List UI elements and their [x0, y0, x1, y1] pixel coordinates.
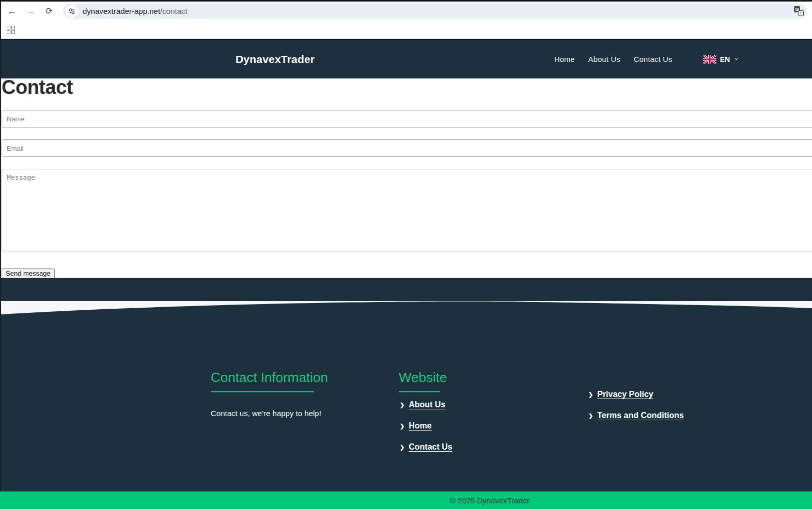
footer-link-label: About Us: [409, 400, 445, 409]
website-underline: [399, 391, 440, 392]
reload-button[interactable]: ⟳: [41, 2, 57, 21]
apps-grid-square: [11, 26, 15, 29]
language-selector[interactable]: EN ⌄: [703, 55, 739, 64]
apps-grid-square: [7, 26, 10, 29]
site-navbar: DynavexTrader Home About Us Contact Us E…: [0, 39, 812, 78]
nav-link-contact-us[interactable]: Contact Us: [634, 55, 673, 63]
translate-icon-front: T: [798, 10, 804, 16]
contact-info-tagline: Contact us, we're happy to help!: [211, 409, 321, 418]
footer: Contact Information Contact us, we're ha…: [0, 301, 812, 491]
bookmarks-bar: [0, 21, 812, 39]
name-input[interactable]: [2, 110, 812, 128]
footer-top-band: [0, 278, 812, 301]
nav-link-home[interactable]: Home: [554, 55, 575, 63]
language-code: EN: [720, 55, 730, 63]
copyright-bar: © 2025 DynavexTrader: [0, 491, 812, 509]
footer-link-label: Terms and Conditions: [597, 411, 684, 420]
back-button[interactable]: ←: [4, 2, 20, 21]
send-message-button[interactable]: Send message: [2, 268, 55, 278]
email-field[interactable]: [2, 139, 812, 157]
footer-link-label: Home: [409, 421, 431, 431]
browser-window: ← → ⟳ dynavextrader-app.net/contact G T: [0, 0, 812, 509]
contact-info-heading: Contact Information: [211, 370, 328, 386]
apps-grid-icon[interactable]: [7, 26, 15, 34]
url-path: /contact: [160, 7, 188, 15]
apps-grid-square: [11, 30, 15, 34]
forward-button[interactable]: →: [23, 2, 38, 21]
uk-flag-icon: [703, 55, 716, 64]
url-bar[interactable]: dynavextrader-app.net/contact G T: [63, 4, 807, 19]
footer-link-terms-and-conditions[interactable]: ❯ Terms and Conditions: [588, 411, 684, 420]
navbar-links: Home About Us Contact Us EN ⌄: [554, 40, 739, 78]
window-left-edge: [0, 0, 1, 491]
translate-icon[interactable]: G T: [794, 6, 804, 16]
footer-link-label: Privacy Policy: [597, 390, 653, 399]
chevron-down-icon: ⌄: [733, 55, 739, 60]
browser-toolbar: ← → ⟳ dynavextrader-app.net/contact G T: [0, 2, 812, 21]
message-textarea[interactable]: [2, 169, 812, 251]
contact-info-underline: [211, 391, 314, 392]
tune-icon: [68, 7, 76, 15]
nav-link-about-us[interactable]: About Us: [588, 55, 620, 63]
footer-link-contact-us[interactable]: ❯ Contact Us: [400, 442, 452, 452]
footer-link-label: Contact Us: [409, 442, 452, 452]
site-settings-icon[interactable]: [66, 5, 78, 18]
copyright-text: © 2025 DynavexTrader: [450, 496, 530, 505]
footer-link-home[interactable]: ❯ Home: [400, 421, 432, 431]
apps-grid-square: [7, 30, 10, 34]
url-domain: dynavextrader-app.net: [83, 7, 160, 15]
brand-logo[interactable]: DynavexTrader: [236, 40, 315, 78]
page-title: Contact: [2, 76, 73, 99]
website-heading: Website: [399, 370, 447, 386]
footer-link-privacy-policy[interactable]: ❯ Privacy Policy: [588, 390, 653, 399]
window-top-edge: [0, 0, 812, 2]
chevron-right-icon: ❯: [588, 412, 593, 419]
chevron-right-icon: ❯: [400, 423, 404, 430]
chevron-right-icon: ❯: [588, 391, 593, 398]
footer-wave: [0, 301, 812, 491]
chevron-right-icon: ❯: [400, 402, 404, 408]
footer-link-about-us[interactable]: ❯ About Us: [400, 400, 445, 409]
url-text[interactable]: dynavextrader-app.net/contact: [83, 4, 188, 19]
chevron-right-icon: ❯: [400, 444, 404, 451]
